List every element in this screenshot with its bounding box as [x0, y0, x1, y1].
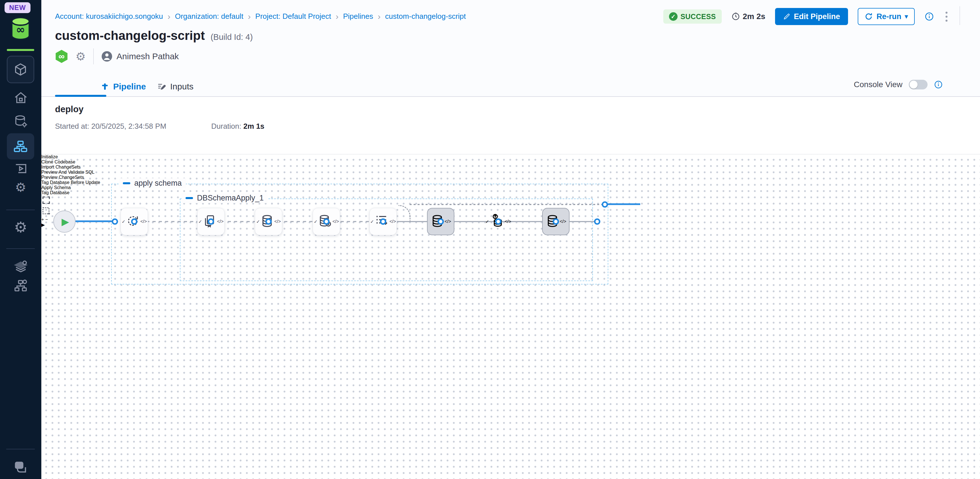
- avatar-icon: [101, 51, 113, 62]
- chevron-down-icon: ▾: [905, 13, 908, 20]
- connector-dot[interactable]: [266, 219, 272, 225]
- step-success-icon: ✓: [198, 219, 202, 224]
- info-icon[interactable]: [924, 12, 934, 21]
- tab-pipeline[interactable]: Pipeline: [100, 78, 146, 96]
- pipeline-step-apply-schema[interactable]: ✓</>: [485, 208, 512, 235]
- success-check-icon: ✓: [669, 12, 678, 21]
- nav-pipelines-active[interactable]: [7, 133, 34, 160]
- step-label: Initialize: [41, 154, 980, 160]
- more-options-kebab[interactable]: [944, 10, 949, 23]
- meta-divider: [93, 48, 94, 64]
- connector-dot[interactable]: [594, 219, 600, 225]
- svg-text:∞: ∞: [16, 23, 25, 36]
- step-code-glyph: </>: [444, 219, 451, 224]
- pipeline-step-preview-and-validate-sql[interactable]: ✓</>: [313, 208, 340, 235]
- console-view-label: Console View: [854, 80, 902, 89]
- connector-dot[interactable]: [553, 219, 559, 225]
- step-success-icon: ✓: [485, 219, 489, 224]
- breadcrumb-item[interactable]: Project: Default Project: [255, 12, 331, 21]
- console-view-toggle[interactable]: [909, 80, 928, 89]
- sidebar-divider: [6, 449, 35, 449]
- project-settings-gear-icon[interactable]: ⚙: [0, 220, 41, 235]
- connector-dot[interactable]: [131, 219, 137, 225]
- step-success-icon: ✓: [256, 219, 260, 224]
- connector-line-dotted-bypass: [410, 204, 605, 205]
- active-tab-underline: [55, 95, 106, 97]
- nav-orgchart-settings-icon[interactable]: [0, 278, 41, 293]
- sidebar-divider: [6, 209, 35, 210]
- pencil-icon: [783, 13, 791, 20]
- step-success-icon: ✓: [370, 219, 374, 224]
- pipeline-start-node[interactable]: ▶: [53, 211, 76, 233]
- sidebar-divider: [6, 248, 35, 249]
- zoom-in-button[interactable]: +: [41, 217, 44, 222]
- stage-started-at: Started at: 20/5/2025, 2:34:58 PM: [55, 122, 166, 131]
- status-text: SUCCESS: [681, 13, 716, 21]
- stage-group-label[interactable]: apply schema: [119, 178, 186, 188]
- page-header: Account: kurosakiichigo.songoku›Organiza…: [41, 0, 980, 97]
- nav-executions-icon[interactable]: [0, 161, 41, 176]
- pipeline-step-clone-codebase[interactable]: ✓</>: [197, 208, 224, 235]
- stage-name: deploy: [55, 104, 84, 114]
- connector-dot[interactable]: [112, 219, 118, 225]
- step-code-glyph: </>: [217, 219, 223, 224]
- elapsed-text: 2m 2s: [743, 12, 765, 21]
- collapse-icon[interactable]: [123, 182, 130, 184]
- zoom-out-button[interactable]: −: [45, 217, 48, 222]
- tab-inputs[interactable]: Inputs: [157, 78, 194, 96]
- pipeline-step-tag-database[interactable]: </>: [542, 208, 570, 235]
- pipeline-step-initialize[interactable]: ✓</>: [121, 208, 148, 235]
- breadcrumb[interactable]: Account: kurosakiichigo.songoku›Organiza…: [55, 12, 466, 21]
- step-success-icon: ✓: [122, 219, 126, 224]
- build-id: (Build Id: 4): [211, 32, 253, 42]
- execution-controls: ✓ SUCCESS 2m 2s Edit Pipeline Re-run: [663, 8, 949, 25]
- breadcrumb-item[interactable]: Pipelines: [343, 12, 374, 21]
- module-switcher-cube[interactable]: [7, 56, 34, 83]
- pipeline-step-import-changesets[interactable]: ✓</>: [255, 208, 282, 235]
- nav-database-settings-icon[interactable]: [0, 113, 41, 129]
- nav-layers-settings-icon[interactable]: [0, 259, 41, 274]
- status-badge: ✓ SUCCESS: [663, 10, 721, 24]
- step-code-glyph: </>: [274, 219, 281, 224]
- pipeline-canvas[interactable]: apply schema DBSchemaApply_1 ▶ ✓</>Initi…: [41, 154, 980, 479]
- step-label: Import ChangeSets: [41, 165, 980, 170]
- nav-home-icon[interactable]: [0, 90, 41, 105]
- pipeline-settings-gear-icon[interactable]: ⚙: [76, 51, 86, 62]
- connector-line-active: [75, 220, 115, 222]
- step-code-glyph: </>: [504, 219, 511, 224]
- pipeline-step-preview-changesets[interactable]: ✓</>: [369, 208, 397, 235]
- connector-dot[interactable]: [438, 219, 444, 225]
- tab-bar: Pipeline Inputs Console View: [41, 78, 980, 96]
- trigger-author: Animesh Pathak: [101, 51, 179, 62]
- new-badge: NEW: [5, 2, 30, 13]
- pipeline-step-tag-database-before-update[interactable]: </>: [427, 208, 454, 235]
- connector-dot[interactable]: [602, 201, 608, 208]
- breadcrumb-separator: ›: [336, 13, 339, 20]
- rerun-icon: [865, 12, 873, 21]
- play-icon: ▶: [62, 216, 69, 227]
- help-chat-icon[interactable]: ?: [0, 460, 41, 476]
- breadcrumb-separator: ›: [378, 13, 380, 20]
- edit-pipeline-button[interactable]: Edit Pipeline: [775, 8, 848, 25]
- nav-settings-gear-icon[interactable]: ⚙: [0, 181, 41, 194]
- harness-dbops-logo[interactable]: ∞: [7, 15, 33, 43]
- connector-dot[interactable]: [208, 219, 214, 225]
- stepgroup-label[interactable]: DBSchemaApply_1: [181, 193, 268, 203]
- header-divider: [959, 6, 960, 25]
- page-title: custom-changelog-script: [55, 29, 205, 43]
- connector-dot[interactable]: [380, 219, 386, 225]
- collapse-icon[interactable]: [186, 197, 193, 199]
- module-active-bar: [7, 49, 34, 51]
- console-view-info-icon[interactable]: [934, 80, 943, 89]
- breadcrumb-item[interactable]: custom-changelog-script: [385, 12, 466, 21]
- breadcrumb-item[interactable]: Organization: default: [175, 12, 243, 21]
- main-area: Account: kurosakiichigo.songoku›Organiza…: [41, 0, 980, 479]
- breadcrumb-item[interactable]: Account: kurosakiichigo.songoku: [55, 12, 163, 21]
- step-label: Clone Codebase: [41, 160, 980, 165]
- connector-dot[interactable]: [495, 219, 501, 225]
- inputs-tab-icon: [157, 82, 166, 91]
- rerun-button[interactable]: Re-run ▾: [858, 8, 915, 25]
- pipeline-tab-icon: [100, 82, 109, 91]
- connector-dot[interactable]: [323, 219, 329, 225]
- step-code-glyph: </>: [560, 219, 566, 224]
